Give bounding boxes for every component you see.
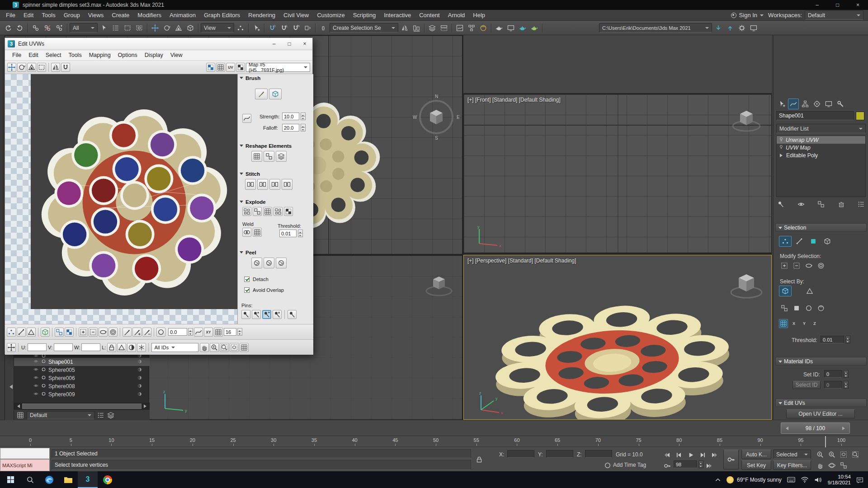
strength-spinner[interactable] — [301, 113, 306, 120]
zoom-extents-icon[interactable] — [230, 343, 239, 352]
uv-move-icon[interactable] — [7, 63, 16, 72]
straighten-selection-icon[interactable] — [251, 151, 262, 162]
uv-element-mode-icon[interactable] — [41, 328, 50, 337]
percent-snap-icon[interactable]: % — [290, 23, 301, 33]
scene-object-row[interactable]: Sphere009 — [14, 390, 150, 399]
zoom-view-icon[interactable] — [210, 343, 219, 352]
menu-item-civil-view[interactable]: Civil View — [279, 10, 313, 20]
menu-item-graph-editors[interactable]: Graph Editors — [200, 10, 244, 20]
bind-spacewarp-icon[interactable] — [54, 23, 65, 33]
render-toggle-icon[interactable] — [137, 367, 142, 374]
uvw-menu-mapping[interactable]: Mapping — [85, 52, 114, 58]
minimize-button[interactable]: – — [266, 38, 282, 50]
tab-motion[interactable] — [811, 99, 822, 109]
render-setup-icon[interactable] — [494, 23, 505, 33]
viewcube[interactable] — [728, 104, 764, 137]
select-by-map-icon[interactable] — [816, 303, 826, 314]
falloff-value-spinner[interactable] — [188, 328, 193, 336]
menu-item-tools[interactable]: Tools — [38, 10, 59, 20]
menu-item-help[interactable]: Help — [469, 10, 489, 20]
weld-custom-icon[interactable] — [242, 228, 251, 237]
menu-item-views[interactable]: Views — [84, 10, 108, 20]
render-iterative-icon[interactable] — [529, 23, 540, 33]
time-slider-handle[interactable]: 98 / 100 — [781, 422, 850, 434]
track-bar[interactable]: 0510152025303540455055606570758085909510… — [0, 436, 868, 447]
select-scale-icon[interactable] — [173, 23, 184, 33]
stitch-average-icon[interactable] — [257, 179, 268, 190]
material-editor-icon[interactable] — [478, 23, 489, 33]
volume-icon[interactable] — [814, 477, 822, 483]
key-filters-button[interactable]: Key Filters... — [773, 460, 811, 470]
viewcube[interactable] — [421, 269, 457, 302]
uvw-menu-edit[interactable]: Edit — [25, 52, 42, 58]
select-id-field[interactable]: 0 — [824, 381, 842, 389]
edge-taskbar-icon[interactable] — [40, 471, 59, 488]
rect-region-icon[interactable] — [122, 23, 133, 33]
filter-selected-faces-icon[interactable] — [117, 343, 126, 352]
object-color-swatch[interactable] — [856, 112, 864, 120]
show-map-toggle-icon[interactable] — [206, 63, 215, 72]
paint-select-sub-icon[interactable] — [142, 328, 151, 337]
auto-key-button[interactable]: Auto K... — [741, 450, 771, 459]
auto-pin-icon[interactable] — [262, 310, 271, 319]
y-coordinate-field[interactable] — [546, 450, 573, 458]
set-key-button[interactable]: Set Key — [741, 460, 771, 470]
key-mode-button[interactable] — [662, 460, 673, 471]
select-and-link-icon[interactable] — [30, 23, 41, 33]
crossing-region-icon[interactable] — [134, 23, 145, 33]
select-by-id-icon[interactable] — [791, 303, 802, 314]
undo-icon[interactable] — [3, 23, 14, 33]
play-button[interactable] — [685, 450, 696, 460]
falloff-spinner[interactable] — [301, 124, 306, 131]
add-time-tag-label[interactable]: Add Time Tag — [613, 462, 646, 468]
select-id-spinner[interactable] — [844, 381, 849, 389]
object-name-field[interactable]: Shape001 — [776, 111, 854, 120]
rendered-frame-window-icon[interactable] — [505, 23, 516, 33]
render-toggle-icon[interactable] — [137, 375, 142, 382]
set-id-spinner[interactable] — [844, 370, 849, 378]
zoom-button[interactable] — [815, 449, 826, 460]
file-explorer-taskbar-icon[interactable] — [59, 471, 78, 488]
uv-vertex-mode-icon[interactable] — [7, 328, 16, 337]
open-uv-editor-button[interactable]: Open UV Editor ... — [786, 409, 855, 418]
configure-modifier-sets-icon[interactable] — [857, 200, 866, 209]
falloff-field[interactable]: 20.0 — [282, 124, 299, 131]
menu-item-group[interactable]: Group — [60, 10, 84, 20]
explode-section-title[interactable]: Explode — [245, 199, 266, 205]
explorer-sort-icon[interactable] — [96, 411, 105, 420]
relax-tool-icon[interactable] — [276, 151, 287, 162]
select-move-icon[interactable] — [150, 23, 160, 33]
tab-hierarchy[interactable] — [800, 99, 811, 109]
target-weld-icon[interactable] — [253, 228, 262, 237]
menu-item-rendering[interactable]: Rendering — [244, 10, 279, 20]
edit-named-selections-icon[interactable]: {} — [318, 23, 329, 33]
cloud-sync-icon[interactable] — [725, 23, 736, 33]
threshold-field[interactable]: 0.01 — [821, 336, 844, 343]
next-frame-arrow[interactable] — [842, 427, 847, 430]
modifier-stack-row[interactable]: Unwrap UVW — [777, 136, 865, 144]
visibility-eye-icon[interactable] — [33, 375, 39, 382]
uvw-menu-tools[interactable]: Tools — [65, 52, 85, 58]
previous-frame-button[interactable] — [674, 450, 684, 460]
time-slider-track[interactable]: 98 / 100 — [0, 420, 868, 436]
viewport-front[interactable]: [+] [Front] [Standard] [Default Shading]… — [463, 94, 772, 253]
uvw-menu-view[interactable]: View — [167, 52, 186, 58]
select-id-button[interactable]: Select ID — [793, 381, 821, 389]
uvw-menu-file[interactable]: File — [9, 52, 25, 58]
notification-center-icon[interactable] — [856, 477, 863, 483]
go-to-start-button[interactable] — [662, 450, 673, 460]
viewport-label[interactable]: [+] [Perspective] [Standard] [Default Sh… — [467, 258, 576, 264]
schematic-view-icon[interactable] — [466, 23, 477, 33]
uv-editor-canvas[interactable] — [5, 74, 238, 324]
explorer-collapse-strip[interactable] — [5, 355, 14, 420]
chrome-taskbar-icon[interactable] — [98, 471, 118, 488]
material-id-filter-select[interactable]: All IDs — [151, 343, 198, 352]
grid-size-field[interactable]: 16 — [224, 328, 236, 336]
grid-size-spinner[interactable] — [237, 328, 242, 336]
visibility-eye-icon[interactable] — [33, 391, 39, 398]
maximize-button[interactable]: □ — [282, 38, 297, 50]
pelt-map-icon[interactable] — [276, 258, 287, 268]
maximize-button[interactable]: □ — [827, 0, 848, 10]
zoom-region-button[interactable] — [850, 449, 861, 460]
uv-edge-mode-icon[interactable] — [17, 328, 26, 337]
